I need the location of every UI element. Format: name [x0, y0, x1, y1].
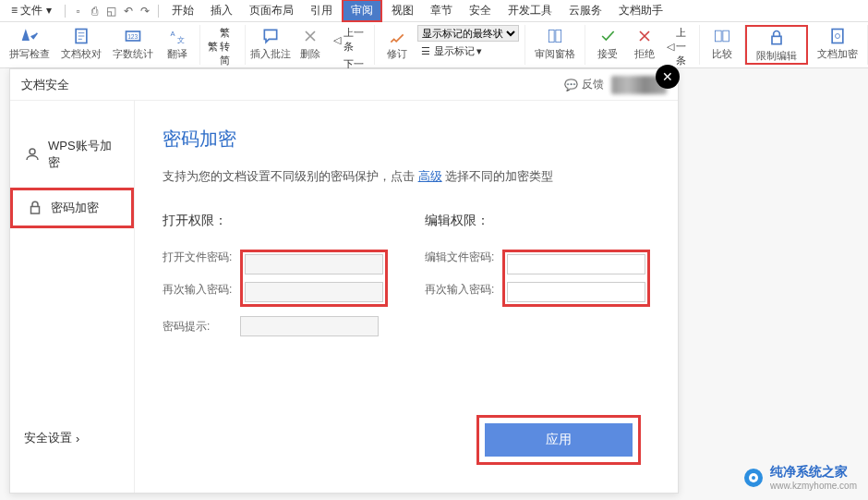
simp-to-trad-button[interactable]: 繁繁转简: [206, 25, 239, 68]
tab-cloud[interactable]: 云服务: [561, 1, 609, 20]
redo-icon[interactable]: ↷: [138, 4, 152, 18]
watermark-icon: [742, 467, 765, 489]
ribbon-group-encrypt: 文档加密: [808, 25, 868, 65]
translate-button[interactable]: A文 翻译: [161, 25, 194, 63]
svg-rect-13: [31, 207, 40, 214]
watermark-text: 纯净系统之家: [770, 464, 857, 481]
edit-perm-heading: 编辑权限：: [425, 213, 650, 229]
sidebar-item-label: 密码加密: [51, 200, 99, 216]
edit-inputs-highlight: [502, 250, 650, 307]
wordcount-button[interactable]: 123 字数统计: [109, 25, 157, 63]
svg-rect-9: [772, 36, 781, 43]
lock-icon: [767, 29, 786, 47]
tab-insert[interactable]: 插入: [203, 1, 240, 20]
password-hint-input[interactable]: [240, 316, 379, 336]
save-icon[interactable]: ▫: [71, 4, 86, 18]
print-icon[interactable]: ⎙: [88, 4, 102, 18]
prev-icon: ◁: [332, 33, 342, 46]
ribbon-group-restrict: 限制编辑: [745, 25, 808, 65]
advanced-link[interactable]: 高级: [418, 169, 442, 183]
separator: [65, 5, 66, 18]
open-permission-col: 打开权限： 打开文件密码: 再次输入密码:: [163, 213, 388, 346]
file-menu[interactable]: ≡ 文件 ▾: [4, 1, 59, 20]
open-perm-heading: 打开权限：: [163, 213, 388, 229]
open-password-confirm-input[interactable]: [245, 282, 383, 302]
dialog-body: WPS账号加密 密码加密 安全设置 › 密码加密 支持为您的文档设置不同级别的密…: [10, 101, 678, 493]
spellcheck-button[interactable]: 拼写检查: [6, 25, 54, 63]
compare-icon: [713, 27, 731, 45]
svg-point-11: [836, 34, 840, 39]
apply-highlight: 应用: [476, 415, 641, 465]
spellcheck-icon: [20, 27, 39, 45]
tab-start[interactable]: 开始: [164, 1, 201, 20]
tab-assistant[interactable]: 文档助手: [611, 1, 670, 20]
tab-chapter[interactable]: 章节: [423, 1, 460, 20]
panel-wrap: 文档安全 💬 反馈 ✕ WPS账号加密: [0, 68, 868, 500]
content-description: 支持为您的文档设置不同级别的密码保护，点击 高级 选择不同的加密类型: [163, 168, 650, 185]
ribbon-group-compare: 比较: [700, 25, 745, 65]
lock-icon: [27, 200, 43, 216]
dialog-header: 文档安全 💬 反馈 ✕: [10, 69, 678, 101]
restrict-edit-button[interactable]: 限制编辑: [753, 27, 801, 65]
prev-comment-button[interactable]: ◁上一条: [331, 25, 368, 55]
tab-security[interactable]: 安全: [462, 1, 499, 20]
watermark: 纯净系统之家 www.kzmyhome.com: [742, 464, 857, 491]
compare-button[interactable]: 比较: [705, 25, 739, 63]
apply-button[interactable]: 应用: [485, 423, 633, 457]
ribbon: 拼写检查 文档校对 123 字数统计 A文 翻译 繁繁转简 简简转繁: [0, 22, 868, 68]
feedback-icon: 💬: [564, 79, 578, 91]
edit-pwd-label: 编辑文件密码:: [425, 250, 497, 265]
sidebar-item-password[interactable]: 密码加密: [10, 188, 134, 228]
undo-icon[interactable]: ↶: [121, 4, 136, 18]
content-title: 密码加密: [163, 127, 650, 152]
reject-icon: [635, 27, 654, 45]
tab-reference[interactable]: 引用: [303, 1, 340, 20]
prev-change-button[interactable]: ◁上一条: [665, 25, 693, 68]
delete-icon: [301, 27, 319, 45]
open-pwd-label: 打开文件密码:: [163, 250, 235, 265]
svg-text:A: A: [171, 30, 175, 38]
edit-password-input[interactable]: [507, 254, 645, 274]
wordcount-icon: 123: [124, 27, 142, 45]
sidebar: WPS账号加密 密码加密 安全设置 ›: [10, 101, 135, 493]
ribbon-group-accept: 接受 拒绝 ◁上一条 ▷下一条: [585, 25, 700, 65]
svg-rect-5: [549, 30, 554, 42]
encrypt-icon: [828, 27, 847, 45]
svg-rect-10: [832, 30, 843, 43]
accept-icon: [598, 27, 617, 45]
close-button[interactable]: ✕: [656, 65, 680, 89]
separator: [158, 5, 159, 18]
feedback-link[interactable]: 💬 反馈: [564, 77, 604, 92]
convert-icon: 繁: [208, 41, 218, 54]
tab-layout[interactable]: 页面布局: [242, 1, 301, 20]
doc-proof-icon: [72, 27, 90, 45]
prev-icon: ◁: [667, 41, 674, 54]
translate-icon: A文: [168, 27, 187, 45]
tab-view[interactable]: 视图: [384, 1, 421, 20]
close-icon: ✕: [662, 69, 673, 84]
security-dialog: 文档安全 💬 反馈 ✕ WPS账号加密: [9, 68, 679, 494]
track-state-select[interactable]: 显示标记的最终状态: [417, 25, 519, 42]
pane-icon: [546, 27, 564, 45]
encrypt-button[interactable]: 文档加密: [814, 25, 862, 63]
tab-devtools[interactable]: 开发工具: [500, 1, 560, 20]
preview-icon[interactable]: ◱: [104, 4, 119, 18]
doc-proof-button[interactable]: 文档校对: [57, 25, 105, 63]
track-button[interactable]: 修订: [380, 25, 414, 63]
comment-icon: [261, 27, 280, 45]
svg-text:文: 文: [177, 36, 185, 44]
svg-rect-6: [556, 30, 561, 42]
sidebar-item-wps-account[interactable]: WPS账号加密: [10, 128, 134, 180]
review-pane-button[interactable]: 审阅窗格: [531, 25, 579, 63]
sidebar-security-settings[interactable]: 安全设置 ›: [10, 430, 134, 465]
ribbon-group-pane: 审阅窗格: [525, 25, 585, 65]
show-marks-button[interactable]: ☰显示标记 ▾: [417, 43, 484, 59]
open-password-input[interactable]: [245, 254, 383, 274]
edit-permission-col: 编辑权限： 编辑文件密码: 再次输入密码:: [425, 213, 650, 346]
tab-review[interactable]: 审阅: [342, 0, 382, 22]
ribbon-group-comment: 插入批注 删除 ◁上一条 ▷下一条: [246, 25, 375, 65]
ribbon-group-track: 修订 显示标记的最终状态 ☰显示标记 ▾: [375, 25, 525, 65]
watermark-sub: www.kzmyhome.com: [770, 481, 857, 491]
chevron-right-icon: ›: [76, 432, 79, 445]
edit-password-confirm-input[interactable]: [507, 282, 645, 302]
